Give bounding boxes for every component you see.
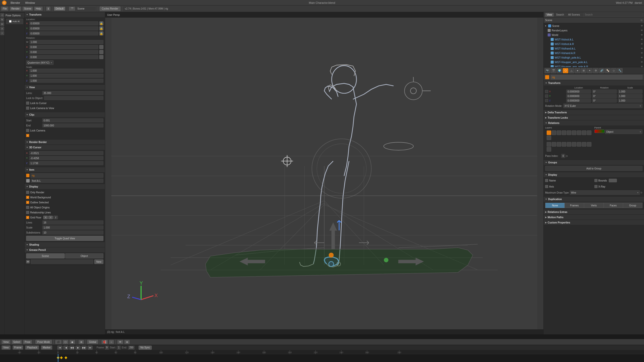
cursor-x-field[interactable]: -0.0521 bbox=[29, 151, 103, 155]
tl-marker-btn[interactable]: Marker bbox=[41, 345, 52, 350]
keyframe-3[interactable] bbox=[64, 356, 67, 359]
world-bg-check[interactable]: ✓ bbox=[26, 196, 29, 199]
outliner-tab-search[interactable]: Search bbox=[555, 13, 566, 17]
grid-floor-check[interactable]: ✓ bbox=[26, 216, 29, 219]
help-menu[interactable]: Help bbox=[34, 7, 43, 11]
transform-locks-header[interactable]: Transform Locks bbox=[544, 115, 644, 120]
x-lock[interactable] bbox=[545, 90, 548, 93]
menu-blender[interactable]: Blender bbox=[10, 1, 21, 5]
cursor-z-field[interactable]: 1.1738 bbox=[29, 161, 103, 165]
prop-icon-texture[interactable]: ⊞ bbox=[581, 68, 586, 73]
prop-icon-scene[interactable]: 🎬 bbox=[551, 68, 556, 73]
wgt2-eye[interactable]: 👁 bbox=[641, 43, 643, 45]
prop-icon-modifiers[interactable]: 🔧 bbox=[617, 68, 623, 73]
outliner-wgt2[interactable]: WGT-Visfoot.ik.R 👁 bbox=[544, 42, 644, 46]
add-to-group-btn[interactable]: Add to Group bbox=[545, 166, 642, 171]
cursor-3d-header[interactable]: 3D Cursor bbox=[25, 145, 105, 150]
clip-start-field[interactable]: 0.001 bbox=[42, 118, 103, 122]
scale-z-field[interactable]: 1.000 bbox=[29, 79, 103, 83]
rot-x-field[interactable]: 0.000 bbox=[29, 45, 98, 49]
play-rev[interactable]: ◀◀ bbox=[69, 346, 74, 350]
layer-4[interactable] bbox=[562, 130, 566, 135]
outliner-wgt3[interactable]: WGT-VisIhand.ik.L 👁 bbox=[544, 46, 644, 51]
far-left-icon-4[interactable]: A bbox=[0, 27, 4, 31]
onion-btn[interactable]: ⊗ bbox=[124, 340, 130, 344]
outliner-wgt5[interactable]: WGT-Visthigh_pole.ik.L 👁 bbox=[544, 55, 644, 60]
far-left-icon-5[interactable]: I bbox=[0, 31, 4, 35]
prop-icon-material[interactable]: ● bbox=[575, 68, 580, 73]
snap-btn[interactable]: 🧲 bbox=[101, 340, 108, 344]
viewport-content[interactable]: X Y Z bbox=[105, 18, 543, 329]
layer-8[interactable] bbox=[582, 130, 586, 135]
display-section-header[interactable]: Display bbox=[25, 184, 105, 189]
rot-x-lock[interactable] bbox=[99, 45, 103, 49]
relations-header[interactable]: Relations bbox=[544, 120, 644, 125]
gp-name-field[interactable] bbox=[31, 259, 93, 264]
view-section-header[interactable]: View bbox=[25, 85, 105, 90]
sync-btn[interactable]: No Sync bbox=[139, 346, 152, 350]
rot-y-field[interactable]: 0.000 bbox=[29, 50, 98, 54]
play-prev[interactable]: ◀ bbox=[63, 346, 68, 350]
name-check[interactable] bbox=[545, 179, 548, 182]
item-section-header[interactable]: Item bbox=[25, 167, 105, 172]
outliner-wgt7[interactable]: WGT-Visupper_arm_pole.ik.R 👁 bbox=[544, 64, 644, 67]
outliner-wgt4[interactable]: WGT-Vishand.ik.R 👁 bbox=[544, 51, 644, 55]
auto-ik-checkbox[interactable] bbox=[9, 20, 12, 23]
scale-x-field[interactable]: 1.000 bbox=[29, 69, 103, 73]
relations-extras-header[interactable]: Relations Extras bbox=[544, 209, 644, 214]
outliner-wgt1[interactable]: WGT-VisIoot.ik.L 👁 bbox=[544, 37, 644, 42]
custom-props-header[interactable]: Custom Properties bbox=[544, 220, 644, 225]
gp-object-btn[interactable]: Object bbox=[65, 253, 104, 258]
play-begin[interactable]: ⏮ bbox=[57, 346, 62, 350]
clip-enabled-check[interactable]: ✓ bbox=[26, 134, 29, 137]
loc-y-lock[interactable]: 🔒 bbox=[99, 26, 103, 30]
duplication-header[interactable]: Duplication bbox=[544, 197, 644, 202]
object-name-field[interactable]: rig bbox=[551, 75, 642, 79]
wgt4-eye[interactable]: 👁 bbox=[641, 52, 643, 54]
layer-16[interactable] bbox=[572, 142, 576, 147]
outliner-world-item[interactable]: World 👁 bbox=[544, 33, 644, 37]
layer-18[interactable] bbox=[582, 142, 586, 147]
prop-icon-particles[interactable]: ✦ bbox=[587, 68, 592, 73]
viewport-3d[interactable]: User Persp bbox=[105, 12, 543, 334]
tl-view-btn[interactable]: View bbox=[2, 345, 11, 350]
tl-playback-btn[interactable]: Playback bbox=[25, 345, 39, 350]
timeline-track-area[interactable]: -40 -20 0 20 40 60 80 100 120 140 bbox=[0, 350, 644, 362]
end-frame-field[interactable]: 250 bbox=[128, 346, 135, 350]
scale-y-field[interactable]: 1.000 bbox=[29, 74, 103, 78]
loc-z-lock[interactable]: 🔒 bbox=[99, 31, 103, 35]
loc-x-lock[interactable]: 🔒 bbox=[99, 21, 103, 25]
loc-y-field[interactable]: 0.00000 bbox=[29, 26, 98, 30]
outliner-search[interactable] bbox=[583, 13, 642, 17]
outliner-wgt6[interactable]: WGT-Visupper_arm_pole.ik.L 👁 bbox=[544, 60, 644, 64]
outliner-tab-view[interactable]: View bbox=[545, 13, 554, 17]
bounds-check[interactable] bbox=[594, 179, 597, 182]
prop-icon-object[interactable]: ⬡ bbox=[563, 68, 568, 73]
item-bone-field[interactable]: foot.ik.L bbox=[31, 179, 103, 183]
loc-y-right[interactable]: 0.0000000 bbox=[566, 94, 591, 98]
render-border-header[interactable]: Render Border bbox=[25, 140, 105, 145]
play-end[interactable]: ⏭ bbox=[88, 346, 93, 350]
render-menu[interactable]: Render bbox=[10, 7, 21, 11]
y-lock[interactable] bbox=[545, 95, 548, 98]
scene-eye[interactable]: 👁 bbox=[641, 25, 643, 27]
loc-z-right[interactable]: 0.0000000 bbox=[566, 99, 591, 103]
wgt3-eye[interactable]: 👁 bbox=[641, 47, 643, 50]
file-menu[interactable]: File bbox=[1, 7, 9, 11]
wgt1-eye[interactable]: 👁 bbox=[641, 38, 643, 41]
prop-icon-constraints[interactable]: 🔗 bbox=[599, 68, 605, 73]
layer-5[interactable] bbox=[567, 130, 571, 135]
layer-11[interactable] bbox=[547, 142, 551, 147]
wgt5-eye[interactable]: 👁 bbox=[641, 56, 643, 59]
right-display-header[interactable]: Display bbox=[544, 172, 644, 177]
dup-frames-btn[interactable]: Frames bbox=[565, 203, 584, 208]
far-left-icon-2[interactable]: N bbox=[0, 18, 4, 22]
scene-icon[interactable]: 🎬 bbox=[69, 7, 75, 11]
lines-field[interactable]: 16 bbox=[42, 220, 103, 224]
pass-index-arrows[interactable]: ⊙ bbox=[566, 155, 568, 157]
layer-10[interactable] bbox=[547, 135, 551, 140]
prop-icon-physics[interactable]: ⚙ bbox=[593, 68, 598, 73]
cursor-y-field[interactable]: -0.4258 bbox=[29, 156, 103, 160]
shading-wire-btn[interactable]: ⬡ bbox=[63, 340, 68, 344]
layer-19[interactable] bbox=[587, 142, 591, 147]
